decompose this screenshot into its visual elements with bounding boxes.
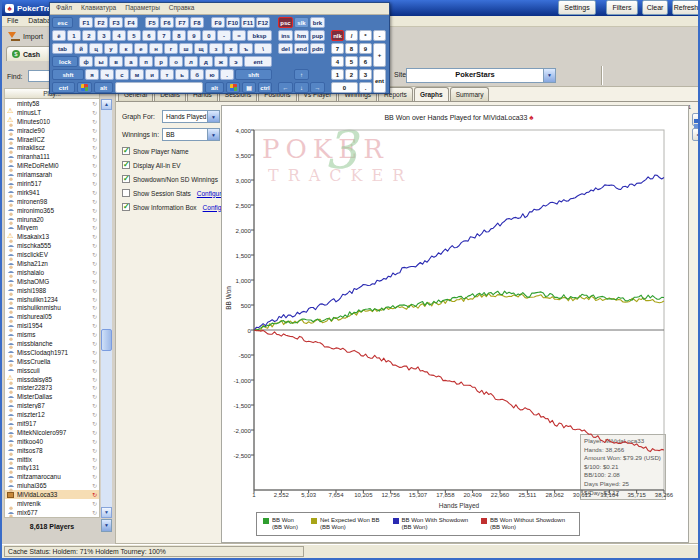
key-э[interactable]: э [229, 56, 243, 67]
refresh-icon[interactable]: ↻ [92, 233, 99, 240]
key-6[interactable]: 6 [359, 56, 372, 67]
refresh-icon[interactable]: ↻ [92, 242, 99, 249]
key-\[interactable]: \ [254, 43, 272, 54]
checkbox-unchecked[interactable] [122, 189, 130, 197]
graph-for-select[interactable]: Hands Played ▼ [162, 110, 220, 123]
key-р[interactable]: р [154, 56, 168, 67]
refresh-icon[interactable]: ↻ [92, 447, 99, 454]
clear-button[interactable]: Clear [642, 0, 668, 15]
key-shft[interactable]: shft [52, 69, 84, 80]
key-4[interactable]: 4 [112, 30, 126, 41]
key--[interactable]: - [373, 30, 386, 41]
scrollbar-thumb[interactable] [101, 329, 112, 351]
refresh-icon[interactable]: ↻ [92, 144, 99, 151]
key-ъ[interactable]: ъ [239, 43, 253, 54]
refresh-icon[interactable]: ↻ [92, 429, 99, 436]
key-3[interactable]: 3 [97, 30, 111, 41]
player-row[interactable]: mitkoo40↻ [5, 437, 99, 446]
key-м[interactable]: м [130, 69, 144, 80]
refresh-icon[interactable]: ↻ [92, 438, 99, 445]
import-button[interactable]: Import [23, 33, 43, 40]
option-show-session-stats[interactable]: Show Session StatsConfigure [122, 189, 225, 197]
option-showdown-non-sd-winnings[interactable]: ✓Showdown/Non SD Winnings [122, 175, 218, 183]
key-3[interactable]: 3 [359, 69, 372, 80]
key-bksp[interactable]: bksp [247, 30, 272, 41]
key-end[interactable]: end [294, 43, 309, 54]
player-row[interactable]: ⚠minusLT↻ [5, 108, 99, 117]
key-brk[interactable]: brk [310, 17, 325, 28]
filters-button[interactable]: Filters [606, 0, 638, 15]
player-row[interactable]: MissCruella↻ [5, 357, 99, 366]
refresh-icon[interactable]: ↻ [92, 296, 99, 303]
player-row[interactable]: mirk941↻ [5, 188, 99, 197]
osk-menu-item[interactable]: Параметры [125, 4, 160, 14]
key-ч[interactable]: ч [100, 69, 114, 80]
player-row[interactable]: miriamsarah↻ [5, 170, 99, 179]
player-row[interactable]: MiraelICZ↻ [5, 135, 99, 144]
player-row[interactable]: mit917↻ [5, 419, 99, 428]
key-F6[interactable]: F6 [160, 17, 174, 28]
key-→[interactable]: → [310, 82, 325, 93]
refresh-icon[interactable]: ↻ [92, 198, 99, 205]
key-ё[interactable]: ё [52, 30, 66, 41]
key-F1[interactable]: F1 [79, 17, 93, 28]
key-pup[interactable]: pup [310, 30, 325, 41]
refresh-icon[interactable]: ↻ [92, 500, 99, 507]
osk-menu-item[interactable]: Клавиатура [81, 4, 116, 14]
checkbox-checked[interactable]: ✓ [122, 175, 130, 183]
key-ш[interactable]: ш [179, 43, 193, 54]
key-alt[interactable]: alt [94, 82, 113, 93]
key-7[interactable]: 7 [157, 30, 171, 41]
refresh-icon[interactable]: ↻ [92, 153, 99, 160]
player-row[interactable]: mishulikn1234↻ [5, 295, 99, 304]
key--[interactable]: - [217, 30, 231, 41]
key-F10[interactable]: F10 [226, 17, 240, 28]
key-F12[interactable]: F12 [256, 17, 270, 28]
key-F3[interactable]: F3 [109, 17, 123, 28]
player-row[interactable]: mirin517↻ [5, 179, 99, 188]
refresh-icon[interactable]: ↻ [92, 100, 99, 107]
player-count-dropdown[interactable]: ▼ [101, 519, 112, 532]
checkbox-checked[interactable]: ✓ [122, 203, 130, 211]
refresh-icon[interactable]: ↻ [92, 278, 99, 285]
player-row[interactable]: mittix↻ [5, 455, 99, 464]
osk-menu-item[interactable]: Справка [169, 4, 195, 14]
key-ж[interactable]: ж [214, 56, 228, 67]
refresh-icon[interactable]: ↻ [92, 189, 99, 196]
player-row[interactable]: misms↻ [5, 330, 99, 339]
key-к[interactable]: к [119, 43, 133, 54]
player-row[interactable]: MitekNicolero997↻ [5, 428, 99, 437]
key-з[interactable]: з [209, 43, 223, 54]
key-0[interactable]: 0 [331, 82, 358, 93]
key-1[interactable]: 1 [331, 69, 344, 80]
key-F8[interactable]: F8 [190, 17, 204, 28]
player-row[interactable]: mitsos78↻ [5, 446, 99, 455]
back-arrow-icon[interactable]: ◄ [692, 128, 700, 141]
key-0[interactable]: 0 [202, 30, 216, 41]
key-е[interactable]: е [134, 43, 148, 54]
refresh-icon[interactable]: ↻ [92, 464, 99, 471]
key-nlk[interactable]: nlk [331, 30, 344, 41]
key-д[interactable]: д [199, 56, 213, 67]
key-9[interactable]: 9 [359, 43, 372, 54]
refresh-icon[interactable]: ↻ [92, 260, 99, 267]
osk-menu-item[interactable]: Файл [56, 4, 72, 14]
refresh-icon[interactable]: ↻ [92, 287, 99, 294]
key-п[interactable]: п [139, 56, 153, 67]
player-list-scrollbar[interactable]: ▲ ▼ [101, 99, 112, 518]
key-щ[interactable]: щ [194, 43, 208, 54]
key-7[interactable]: 7 [331, 43, 344, 54]
refresh-icon[interactable]: ↻ [92, 509, 99, 516]
checkbox-checked[interactable]: ✓ [122, 161, 130, 169]
key-ь[interactable]: ь [175, 69, 189, 80]
key-ю[interactable]: ю [205, 69, 219, 80]
key-н[interactable]: н [149, 43, 163, 54]
player-row[interactable]: mironen98↻ [5, 197, 99, 206]
refresh-icon[interactable]: ↻ [92, 384, 99, 391]
refresh-icon[interactable]: ↻ [92, 127, 99, 134]
player-row[interactable]: misi1954↻ [5, 321, 99, 330]
key-ent[interactable]: ent [244, 56, 272, 67]
key-2[interactable]: 2 [82, 30, 96, 41]
key-ent[interactable]: ent [373, 69, 386, 93]
refresh-icon[interactable]: ↻ [92, 171, 99, 178]
